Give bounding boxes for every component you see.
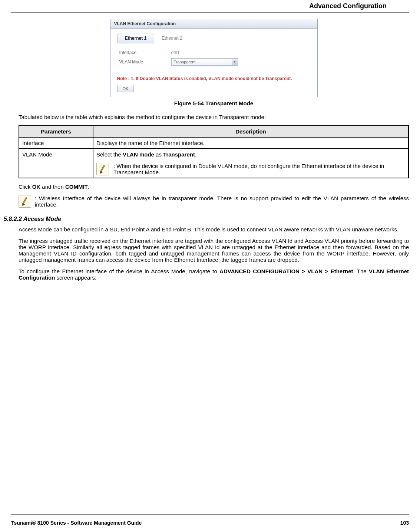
- table-row: Interface Displays the name of the Ether…: [19, 137, 409, 149]
- click-mid: and then: [40, 184, 65, 190]
- desc-prefix: Select the: [96, 151, 123, 158]
- desc-bold1: VLAN mode: [123, 151, 154, 158]
- p3-bold: ADVANCED CONFIGURATION > VLAN > Ethernet: [219, 268, 353, 274]
- access-p2: The ingress untagged traffic received on…: [19, 238, 409, 263]
- panel-title: VLAN Ethernet Configuration: [110, 19, 317, 29]
- wireless-note: : Wireless Interface of the device will …: [35, 195, 409, 208]
- desc-bold2: Transparent: [163, 151, 195, 158]
- ok-button[interactable]: OK: [117, 85, 134, 92]
- footer-page-number: 103: [400, 520, 409, 526]
- interface-value: eth1: [171, 50, 180, 55]
- cell-interface-param: Interface: [19, 137, 93, 149]
- tab-ethernet1[interactable]: Ethernet 1: [117, 33, 155, 43]
- p3-prefix: To configure the Ethernet interface of t…: [19, 268, 219, 274]
- vlan-config-panel: VLAN Ethernet Configuration Ethernet 1 E…: [110, 19, 318, 97]
- cell-interface-desc: Displays the name of the Ethernet interf…: [93, 137, 409, 149]
- intro-text: Tabulated below is the table which expla…: [19, 114, 409, 120]
- p3-mid: . The: [353, 268, 369, 274]
- page-header: Advanced Configuration: [11, 0, 409, 12]
- cell-vlanmode-desc: Select the VLAN mode as Transparent. : W…: [93, 149, 409, 178]
- vlanmode-note: : When the device is configured in Doubl…: [113, 163, 405, 175]
- th-description: Description: [93, 126, 409, 137]
- footer-left: Tsunami® 8100 Series - Software Manageme…: [11, 520, 142, 526]
- desc-mid: as: [154, 151, 163, 158]
- click-ok-commit: Click OK and then COMMIT.: [19, 184, 409, 190]
- divider-top: [11, 12, 409, 13]
- note-icon: [96, 163, 109, 175]
- panel-note: Note : 1. If Double VLAN Status is enabl…: [117, 76, 311, 81]
- figure-caption: Figure 5-54 Transparent Mode: [19, 100, 409, 106]
- click-prefix: Click: [19, 184, 32, 190]
- p3-suffix: screen appears:: [55, 274, 96, 281]
- access-p3: To configure the Ethernet interface of t…: [19, 268, 409, 281]
- th-parameters: Parameters: [19, 126, 93, 137]
- tab-ethernet2[interactable]: Ethernet 2: [154, 33, 189, 43]
- section-heading-access-mode: 5.8.2.2 Access Mode: [4, 216, 409, 222]
- vlanmode-label: VLAN Mode: [119, 59, 171, 65]
- click-suffix: .: [88, 184, 89, 190]
- vlanmode-select-value: Transparent: [174, 60, 196, 64]
- parameters-table: Parameters Description Interface Display…: [19, 125, 409, 178]
- cell-vlanmode-param: VLAN Mode: [19, 149, 93, 178]
- desc-suffix: .: [195, 151, 196, 158]
- note-icon: [19, 195, 31, 208]
- divider-bottom: [11, 514, 409, 515]
- click-ok: OK: [32, 184, 41, 190]
- access-p1: Access Mode can be configured in a SU, E…: [19, 226, 409, 232]
- vlanmode-select[interactable]: Transparent ▾: [171, 58, 238, 66]
- click-commit: COMMIT: [65, 184, 88, 190]
- interface-label: Interface: [119, 50, 171, 55]
- chevron-down-icon: ▾: [232, 59, 238, 65]
- table-row: VLAN Mode Select the VLAN mode as Transp…: [19, 149, 409, 178]
